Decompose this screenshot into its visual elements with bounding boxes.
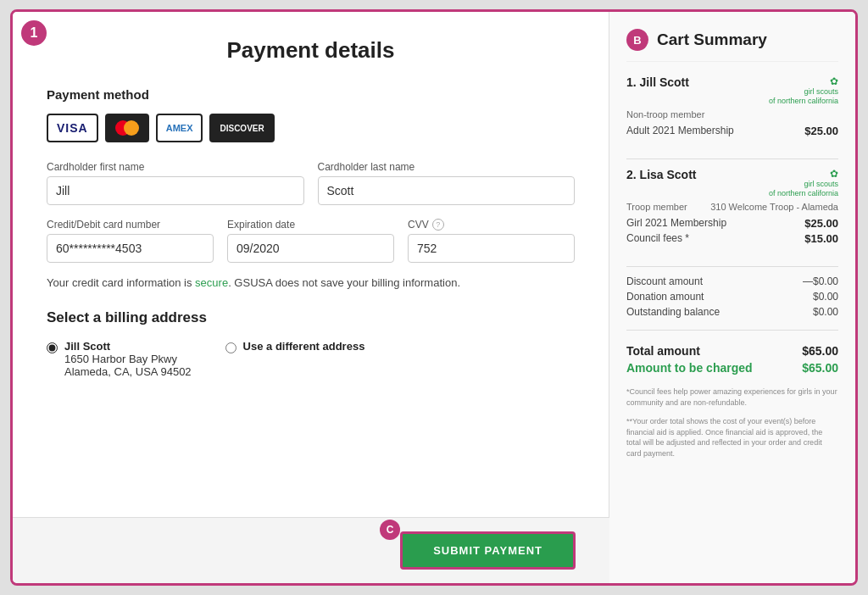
payment-method-label: Payment method [47,87,575,102]
amex-icon: AMEX [156,114,203,142]
cart-divider-2 [626,266,838,267]
mastercard-icon [105,114,149,142]
cart-header: B Cart Summary [626,29,838,62]
billing-address-1: Jill Scott 1650 Harbor Bay Pkwy Alameda,… [64,340,192,378]
total-row: Total amount $65.00 [626,344,838,358]
submit-button-wrapper: C SUBMIT PAYMENT [400,531,576,570]
cart-item-council-fees: Council fees * $15.00 [626,232,838,245]
name-row: Cardholder first name Cardholder last na… [47,161,575,205]
visa-icon: VISA [47,114,98,142]
charged-row: Amount to be charged $65.00 [626,361,838,375]
cart-person-1-name: 1. Jill Scott [626,75,689,89]
payment-panel: Payment details Payment method VISA AMEX… [13,12,609,517]
cart-person-1-subtitle: Non-troop member [626,109,838,120]
main-container: 1 Payment details Payment method VISA AM… [10,9,858,586]
card-number-label: Credit/Debit card number [47,219,214,231]
card-number-group: Credit/Debit card number [47,219,214,263]
first-name-input[interactable] [47,176,304,205]
page-title: Payment details [47,37,575,64]
billing-radio-group: Jill Scott 1650 Harbor Bay Pkwy Alameda,… [47,340,575,378]
cart-item-girl-membership: Girl 2021 Membership $25.00 [626,217,838,230]
billing-radio-2[interactable] [225,342,236,353]
card-number-input[interactable] [47,234,214,263]
last-name-label: Cardholder last name [318,161,576,173]
cart-divider-1 [626,158,838,159]
billing-different-label: Use a different address [243,340,365,353]
cart-divider-3 [626,330,838,331]
gs-logo-2: ✿ girl scouts of northern california [769,168,838,198]
c-badge: C [380,520,400,540]
cart-item-adult-membership: Adult 2021 Membership $25.00 [626,125,838,137]
balance-row: Outstanding balance $0.00 [626,306,838,318]
bottom-bar: C SUBMIT PAYMENT [13,517,609,583]
billing-section-label: Select a billing address [47,309,575,326]
billing-option-1[interactable]: Jill Scott 1650 Harbor Bay Pkwy Alameda,… [47,340,192,378]
donation-row: Donation amount $0.00 [626,291,838,303]
b-badge: B [626,29,648,51]
card-icons-row: VISA AMEX DISCOVER [47,114,575,142]
gs-logo-1: ✿ girl scouts of northern california [769,75,838,106]
cart-person-1: 1. Jill Scott ✿ girl scouts of northern … [626,75,838,140]
cart-person-1-header: 1. Jill Scott ✿ girl scouts of northern … [626,75,838,106]
discount-row: Discount amount —$0.00 [626,275,838,287]
first-name-label: Cardholder first name [47,161,304,173]
payment-method-section: Payment method VISA AMEX DISCOVER [47,87,575,142]
cart-person-2: 2. Lisa Scott ✿ girl scouts of northern … [626,168,838,247]
cart-person-2-name: 2. Lisa Scott [626,168,696,181]
cart-summary-panel: B Cart Summary 1. Jill Scott ✿ girl scou… [609,12,855,583]
secure-link[interactable]: secure [195,276,228,289]
card-details-row: Credit/Debit card number Expiration date… [47,219,575,263]
cvv-info-icon: ? [432,219,444,231]
last-name-group: Cardholder last name [318,161,576,205]
expiry-label: Expiration date [227,219,394,231]
discover-icon: DISCOVER [209,114,274,142]
step-badge: 1 [21,20,47,46]
billing-radio-1[interactable] [47,342,58,353]
last-name-input[interactable] [318,176,576,205]
cart-person-2-header: 2. Lisa Scott ✿ girl scouts of northern … [626,168,838,198]
submit-payment-button[interactable]: SUBMIT PAYMENT [400,531,576,570]
cart-footer-note-2: **Your order total shows the cost of you… [626,416,838,459]
left-section: Payment details Payment method VISA AMEX… [13,12,609,583]
cart-person-2-troop: Troop member 310 Welcome Troop - Alameda [626,202,838,212]
expiry-input[interactable] [227,234,394,263]
cart-title: Cart Summary [657,31,767,49]
cvv-group: CVV ? [408,219,575,263]
first-name-group: Cardholder first name [47,161,304,205]
cvv-label: CVV ? [408,219,575,231]
cvv-input[interactable] [408,234,575,263]
cart-footer-note-1: *Council fees help power amazing experie… [626,386,838,408]
expiry-group: Expiration date [227,219,394,263]
billing-option-2[interactable]: Use a different address [225,340,365,353]
secure-text: Your credit card information is secure. … [47,276,575,289]
